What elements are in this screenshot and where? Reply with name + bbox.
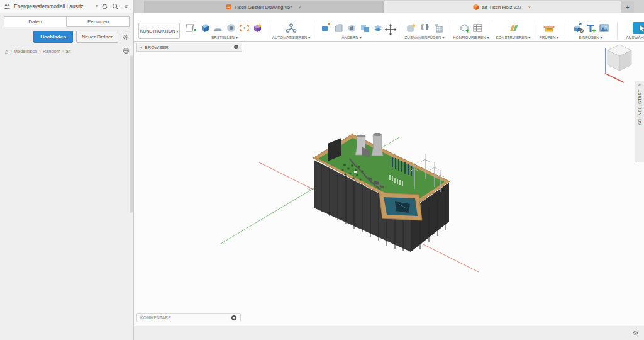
group-einfuegen: EINFÜGEN ▾ <box>565 21 616 41</box>
schnellstart-tab[interactable]: « SCHNELLSTART <box>635 81 644 162</box>
combine-icon[interactable] <box>358 21 371 34</box>
group-label[interactable]: EINFÜGEN ▾ <box>565 35 616 40</box>
close-icon[interactable]: × <box>122 3 130 11</box>
doc-tab-label: Tisch-Gestell Drawing v5* <box>235 4 292 10</box>
refresh-icon[interactable] <box>101 3 109 11</box>
insert-mcmaster-icon[interactable] <box>584 21 597 34</box>
shell-icon[interactable] <box>345 21 358 34</box>
group-label[interactable]: KONSTRUIEREN ▾ <box>494 35 533 40</box>
file-list <box>0 59 133 340</box>
browser-settings-icon[interactable] <box>233 44 239 50</box>
breadcrumb-separator: › <box>10 49 11 54</box>
tab-daten[interactable]: Daten <box>4 16 67 27</box>
move-copy-icon[interactable] <box>384 23 397 36</box>
people-icon <box>3 3 11 11</box>
group-aendern: ÄNDERN ▾ <box>316 21 387 41</box>
group-konstruieren: KONSTRUIEREN ▾ <box>494 21 533 41</box>
canvas-image-icon[interactable] <box>597 21 610 34</box>
plastic-feature-icon[interactable] <box>252 21 264 34</box>
press-pull-icon[interactable] <box>319 21 331 34</box>
group-konfigurieren: KONFIGURIEREN ▾ <box>452 21 491 41</box>
3d-scene <box>134 42 644 326</box>
group-label[interactable]: ZUSAMMENFÜGEN ▾ <box>401 35 448 40</box>
caret-down-icon[interactable]: ▾ <box>96 4 98 9</box>
configuration-icon[interactable] <box>458 21 471 34</box>
group-zusammenfuegen: ZUSAMMENFÜGEN ▾ <box>401 21 448 41</box>
upload-button[interactable]: Hochladen <box>33 31 73 43</box>
tab-personen[interactable]: Personen <box>67 16 130 27</box>
group-label[interactable]: AUSWÄHLEN ▾ <box>620 35 644 40</box>
titlebar-right-icons <box>634 0 644 13</box>
drawing-file-icon <box>226 4 232 10</box>
group-label[interactable]: AUTOMATISIEREN ▾ <box>271 35 311 40</box>
as-built-joint-icon[interactable] <box>431 21 444 34</box>
project-title: Energiesystemmodell Lausitz <box>14 3 93 9</box>
joint-icon[interactable] <box>418 21 431 34</box>
new-folder-button[interactable]: Neuer Ordner <box>76 31 118 43</box>
configuration-table-icon[interactable] <box>472 21 484 34</box>
list-scrollbar[interactable] <box>130 55 133 213</box>
group-label[interactable]: ERSTELLEN ▾ <box>182 35 267 40</box>
close-icon[interactable]: × <box>528 4 531 10</box>
data-panel-tabs: Daten Personen <box>4 16 130 27</box>
doc-tab-active[interactable]: alt-Tisch Holz v27 × <box>383 1 622 13</box>
new-tab-button[interactable]: + <box>621 1 634 13</box>
group-label[interactable]: PRÜFEN ▾ <box>536 35 562 40</box>
collapse-panel-icon[interactable]: « <box>140 45 142 50</box>
sweep-icon[interactable] <box>225 21 238 34</box>
group-label[interactable]: KONFIGURIEREN ▾ <box>452 35 491 40</box>
automate-icon[interactable] <box>285 21 297 34</box>
gear-icon[interactable] <box>632 327 641 339</box>
main-column: KONSTRUKTION▾ ERSTELLEN ▾ <box>134 13 644 340</box>
group-auswaehlen: AUSWÄHLEN ▾ <box>620 21 644 41</box>
create-sketch-icon[interactable] <box>186 21 198 34</box>
white-building <box>354 171 357 173</box>
breadcrumb-separator: › <box>39 49 40 54</box>
split-body-icon[interactable] <box>372 21 384 34</box>
close-icon[interactable]: × <box>298 4 301 10</box>
breadcrumb: ⌂ › Modelltisch › Random › alt <box>5 47 130 55</box>
breadcrumb-alt[interactable]: alt <box>65 48 70 54</box>
insert-derive-icon[interactable] <box>571 21 584 34</box>
viewcube[interactable] <box>606 45 631 82</box>
fillet-icon[interactable] <box>332 21 345 34</box>
gear-icon[interactable] <box>121 33 130 41</box>
breadcrumb-modelltisch[interactable]: Modelltisch <box>14 48 38 54</box>
construction-menu-button[interactable]: KONSTRUKTION▾ <box>138 23 180 39</box>
home-icon[interactable]: ⌂ <box>5 48 8 55</box>
extrude-icon[interactable] <box>199 21 211 34</box>
lake-bay <box>379 193 422 220</box>
data-panel: Energiesystemmodell Lausitz ▾ × Daten Pe… <box>0 0 134 340</box>
group-automatisieren: AUTOMATISIEREN ▾ <box>271 21 311 41</box>
data-panel-header: Energiesystemmodell Lausitz ▾ × <box>0 0 133 13</box>
ribbon-toolbar: KONSTRUKTION▾ ERSTELLEN ▾ <box>134 13 644 42</box>
breadcrumb-random[interactable]: Random <box>43 48 60 54</box>
titlebar: Tisch-Gestell Drawing v5* × alt-Tisch Ho… <box>134 0 644 13</box>
comments-bar[interactable]: KOMMENTARE <box>136 313 241 322</box>
measure-icon[interactable] <box>543 21 555 34</box>
bounding-box-icon[interactable] <box>238 21 251 34</box>
new-component-icon[interactable] <box>405 21 418 34</box>
search-icon[interactable] <box>111 3 119 11</box>
globe-icon[interactable] <box>123 47 130 55</box>
comment-add-icon[interactable] <box>231 312 237 324</box>
group-erstellen: ERSTELLEN ▾ <box>182 21 267 41</box>
revolve-icon[interactable] <box>212 21 225 34</box>
doc-tab-label: alt-Tisch Holz v27 <box>482 4 521 10</box>
fusion-app-window: Energiesystemmodell Lausitz ▾ × Daten Pe… <box>0 0 644 340</box>
construction-label: KONSTRUKTION <box>140 29 175 33</box>
browser-panel: « BROWSER <box>136 43 242 53</box>
schnellstart-label: SCHNELLSTART <box>638 89 642 125</box>
group-label[interactable]: ÄNDERN ▾ <box>316 35 387 40</box>
construction-plane-icon[interactable] <box>507 21 519 34</box>
collapse-right-icon[interactable]: « <box>638 83 641 88</box>
doc-tab-inactive[interactable]: Tisch-Gestell Drawing v5* × <box>144 1 383 13</box>
quick-access-toolbar <box>134 0 144 13</box>
group-pruefen: PRÜFEN ▾ <box>536 21 562 41</box>
viewport-canvas[interactable]: « BROWSER « SCHNELLSTART KOMMENTARE <box>134 42 644 326</box>
select-icon[interactable] <box>630 21 644 35</box>
breadcrumb-separator: › <box>62 49 64 54</box>
design-file-icon <box>473 4 479 10</box>
table-model <box>313 133 450 252</box>
browser-title: BROWSER <box>145 45 231 50</box>
